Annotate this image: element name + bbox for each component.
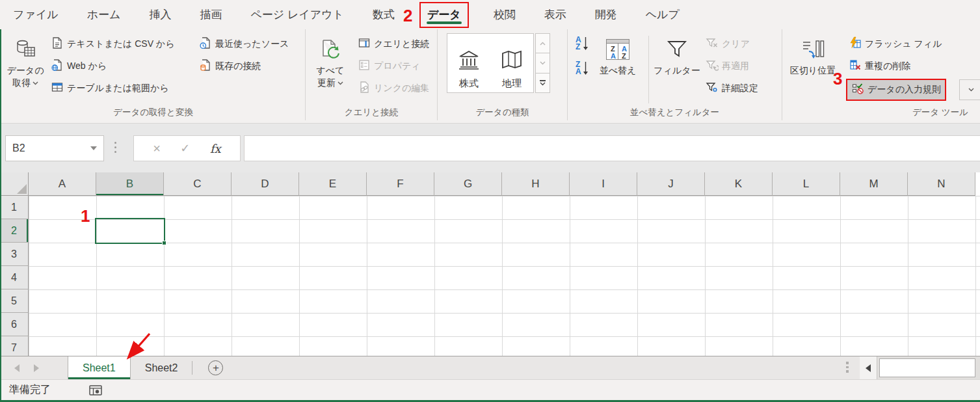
stocks-button[interactable]: 株式 <box>447 34 490 92</box>
sheet-nav-next-icon[interactable] <box>34 364 39 372</box>
sort-az-icon: AZ <box>576 36 589 51</box>
stocks-icon <box>456 47 482 76</box>
tab-home[interactable]: ホーム <box>83 1 125 28</box>
tab-file[interactable]: ファイル <box>9 1 62 28</box>
filter-button[interactable]: フィルター <box>655 33 699 77</box>
tab-draw[interactable]: 描画 <box>196 1 226 28</box>
row-header-6[interactable]: 6 <box>0 313 29 336</box>
from-text-csv-button[interactable]: テキストまたは CSV から <box>48 34 178 54</box>
cell-area[interactable] <box>29 196 980 356</box>
annotation-step-2: 2 <box>403 7 412 24</box>
data-validation-dropdown-button[interactable] <box>959 79 980 100</box>
column-header-c[interactable]: C <box>164 172 232 196</box>
column-header-a[interactable]: A <box>29 172 96 196</box>
row-headers: 1 2 3 4 5 6 7 <box>0 196 29 356</box>
column-header-i[interactable]: I <box>570 172 637 196</box>
chevron-down-icon <box>338 81 343 85</box>
sort-descending-button[interactable]: ZA <box>573 58 591 79</box>
new-sheet-button[interactable]: + <box>208 360 223 375</box>
insert-function-icon[interactable]: fx <box>210 142 221 155</box>
column-header-b[interactable]: B <box>96 172 164 196</box>
geography-button[interactable]: 地理 <box>490 34 533 92</box>
row-header-3[interactable]: 3 <box>0 243 29 266</box>
column-header-m[interactable]: M <box>840 172 908 196</box>
scroll-left-button[interactable] <box>860 356 877 379</box>
row-header-7[interactable]: 7 <box>0 336 29 356</box>
column-header-j[interactable]: J <box>637 172 705 196</box>
existing-connections-button[interactable]: 既存の接続 <box>196 57 291 76</box>
annotation-step-1: 1 <box>81 208 90 224</box>
text-to-columns-button[interactable]: 区切り位置 <box>788 33 838 77</box>
sort-ascending-button[interactable]: AZ <box>573 33 591 54</box>
column-header-k[interactable]: K <box>705 172 773 196</box>
row-header-4[interactable]: 4 <box>0 266 29 289</box>
flash-fill-button[interactable]: フラッシュ フィル <box>846 34 980 54</box>
gallery-scroll-down-button[interactable] <box>535 53 550 73</box>
tab-developer[interactable]: 開発 <box>591 1 621 28</box>
name-box-dropdown-icon[interactable] <box>90 146 97 150</box>
tab-page-layout[interactable]: ページ レイアウト <box>246 1 348 28</box>
chevron-down-icon <box>968 88 974 92</box>
advanced-filter-button[interactable]: 詳細設定 <box>703 79 761 98</box>
column-header-f[interactable]: F <box>367 172 434 196</box>
column-headers: A B C D E F G H I J K L M N <box>29 172 980 196</box>
excel-window: ファイル ホーム 挿入 描画 ページ レイアウト 数式 2 データ 校閲 表示 … <box>0 0 980 402</box>
cancel-icon[interactable]: × <box>153 141 161 156</box>
reapply-filter-icon <box>706 59 719 74</box>
row-header-2[interactable]: 2 <box>0 219 29 243</box>
row-header-5[interactable]: 5 <box>0 289 29 313</box>
data-validation-button[interactable]: データの入力規則 <box>846 79 946 101</box>
tab-view[interactable]: 表示 <box>540 1 570 28</box>
selected-cell-b2[interactable] <box>95 218 165 244</box>
flash-fill-icon <box>849 36 862 52</box>
sheet-nav-prev-icon[interactable] <box>14 364 20 372</box>
properties-icon <box>358 59 371 74</box>
fill-handle[interactable] <box>162 241 166 245</box>
gallery-more-button[interactable] <box>535 74 550 93</box>
column-header-g[interactable]: G <box>434 172 502 196</box>
queries-connections-button[interactable]: クエリと接続 <box>355 34 432 54</box>
status-bar: 準備完了 <box>0 379 980 400</box>
refresh-all-button[interactable]: すべて 更新 <box>310 33 351 89</box>
edit-links-button: リンクの編集 <box>355 79 432 98</box>
formula-buttons: × ✓ fx <box>133 135 241 161</box>
name-box[interactable]: B2 <box>5 135 104 161</box>
gallery-scroll-up-button[interactable] <box>535 33 550 53</box>
refresh-all-label-2: 更新 <box>317 77 336 89</box>
sort-button[interactable]: Z A A Z 並べ替え <box>595 33 641 77</box>
group-label-sort-filter: 並べ替えとフィルター <box>568 107 782 118</box>
tab-review[interactable]: 校閲 <box>490 1 520 28</box>
row-header-1[interactable]: 1 <box>0 196 29 219</box>
data-types-gallery: 株式 地理 <box>447 33 534 93</box>
enter-icon[interactable]: ✓ <box>180 141 190 155</box>
tab-help[interactable]: ヘルプ <box>642 1 683 28</box>
tab-data[interactable]: 2 データ <box>419 2 469 28</box>
chevron-down-icon <box>540 61 546 65</box>
geography-icon <box>499 47 525 76</box>
from-web-button[interactable]: Web から <box>48 57 178 76</box>
tab-insert[interactable]: 挿入 <box>145 1 175 28</box>
remove-duplicates-button[interactable]: 重複の削除 <box>846 57 980 76</box>
column-header-e[interactable]: E <box>299 172 367 196</box>
get-data-label-1: データの <box>7 64 44 77</box>
column-header-l[interactable]: L <box>773 172 840 196</box>
macro-record-icon[interactable] <box>88 384 103 397</box>
recent-sources-button[interactable]: 最近使ったソース <box>196 34 291 54</box>
web-globe-icon <box>51 59 64 74</box>
formula-input[interactable] <box>244 135 980 161</box>
column-header-n[interactable]: N <box>908 172 975 196</box>
get-data-button[interactable]: データの 取得 <box>5 33 46 89</box>
existing-connections-icon <box>199 59 212 74</box>
tab-bar-resize-handle[interactable] <box>846 362 849 373</box>
column-header-d[interactable]: D <box>232 172 299 196</box>
data-types-gallery-rail <box>535 33 550 93</box>
ribbon-group-get-transform: データの 取得 テキストまたは CSV から <box>1 29 306 120</box>
select-all-corner[interactable] <box>0 172 29 196</box>
formula-bar-drag-handle[interactable] <box>114 142 116 153</box>
column-header-h[interactable]: H <box>502 172 570 196</box>
window-edge-left <box>0 29 1 402</box>
from-table-range-button[interactable]: テーブルまたは範囲から <box>48 79 178 98</box>
tab-formulas[interactable]: 数式 <box>369 1 399 28</box>
scrollbar-thumb[interactable] <box>879 358 975 377</box>
group-label-data-tools: データ ツール <box>782 107 980 118</box>
